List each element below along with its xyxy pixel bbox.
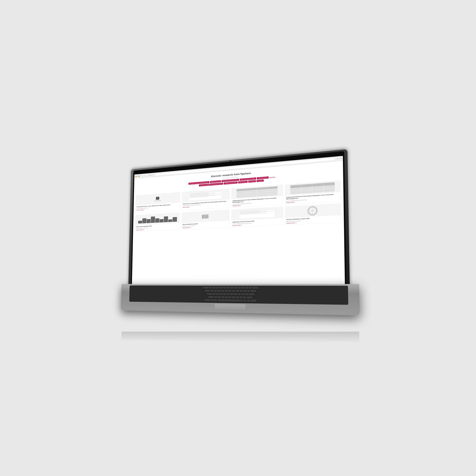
key[interactable] bbox=[228, 290, 232, 292]
table-cell bbox=[237, 195, 246, 198]
key-row-1 bbox=[130, 286, 347, 290]
view-more-link[interactable]: View more... bbox=[269, 176, 276, 178]
key[interactable] bbox=[236, 290, 239, 292]
research-card-8[interactable]: Circular visualization research 2024 Fig… bbox=[285, 203, 341, 225]
key[interactable] bbox=[218, 290, 221, 292]
research-card-5[interactable]: Figure data visualization 2024 Dataset p… bbox=[135, 212, 180, 232]
key[interactable] bbox=[234, 287, 237, 289]
key[interactable] bbox=[236, 297, 239, 299]
bar bbox=[173, 217, 177, 222]
category-tag-economics[interactable]: Economics bbox=[248, 180, 256, 183]
bar bbox=[142, 218, 146, 223]
dots-preview-6 bbox=[200, 213, 210, 220]
key[interactable] bbox=[245, 293, 248, 296]
key[interactable] bbox=[245, 287, 248, 289]
key[interactable] bbox=[243, 297, 246, 299]
key[interactable] bbox=[239, 290, 243, 292]
key[interactable] bbox=[252, 287, 258, 289]
research-card-1[interactable]: <> SOFTWARE Unlocking Precision: .R and … bbox=[136, 192, 180, 213]
research-card-7[interactable]: Supporting research document 2024 Journa… bbox=[231, 206, 283, 227]
dot bbox=[207, 215, 208, 216]
research-card-3[interactable]: Supplementary Data from Syk Inhibition R… bbox=[231, 185, 283, 208]
key[interactable] bbox=[223, 287, 226, 289]
key[interactable] bbox=[205, 290, 210, 292]
key-alt-right[interactable] bbox=[247, 300, 250, 302]
key-ctrl-right[interactable] bbox=[251, 300, 256, 302]
key[interactable] bbox=[232, 296, 235, 299]
category-tag-creative[interactable]: Creative arts and writing bbox=[224, 182, 238, 185]
table-cell bbox=[290, 191, 301, 194]
key[interactable] bbox=[214, 290, 217, 292]
key[interactable] bbox=[249, 293, 254, 296]
key[interactable] bbox=[232, 290, 235, 292]
category-tag-earth[interactable]: Earth sciences bbox=[238, 181, 248, 183]
bar bbox=[155, 218, 159, 223]
category-tag-education[interactable]: Education bbox=[256, 179, 264, 182]
key[interactable] bbox=[212, 293, 215, 295]
dot bbox=[206, 217, 207, 218]
category-tag-biological[interactable]: Biological sciences bbox=[210, 180, 221, 183]
key[interactable] bbox=[212, 287, 216, 289]
category-tag-chemical[interactable]: Chemical sciences bbox=[257, 176, 269, 179]
extensions-icon[interactable]: ⧉ bbox=[340, 157, 341, 159]
key[interactable] bbox=[220, 293, 223, 295]
key-shift-right[interactable] bbox=[247, 297, 253, 299]
key[interactable] bbox=[238, 287, 241, 289]
laptop-screen-shell: ‹ › figshare.com ⬆ + ⧉ discover bbox=[128, 149, 350, 287]
key[interactable] bbox=[223, 293, 226, 295]
key[interactable] bbox=[216, 293, 219, 295]
bar bbox=[138, 221, 142, 223]
trackpad[interactable] bbox=[214, 304, 246, 311]
research-card-2[interactable]: Experiences of young people in Ireland w… bbox=[182, 188, 230, 211]
chart-preview-5 bbox=[137, 214, 178, 224]
share-icon[interactable]: ⬆ bbox=[337, 158, 338, 160]
key[interactable] bbox=[225, 290, 228, 292]
key[interactable] bbox=[230, 293, 233, 295]
key[interactable] bbox=[234, 293, 237, 295]
key[interactable] bbox=[211, 290, 214, 292]
traffic-light-green[interactable] bbox=[139, 175, 140, 177]
key[interactable] bbox=[228, 296, 232, 299]
traffic-light-yellow[interactable] bbox=[137, 176, 138, 177]
key[interactable] bbox=[209, 287, 212, 289]
back-button[interactable]: ‹ bbox=[141, 175, 143, 177]
key[interactable] bbox=[225, 296, 228, 299]
key[interactable] bbox=[247, 290, 250, 292]
table-preview-3 bbox=[237, 186, 277, 198]
key-cmd[interactable] bbox=[214, 299, 217, 302]
key[interactable] bbox=[238, 293, 241, 295]
key[interactable] bbox=[251, 290, 256, 292]
dot bbox=[203, 216, 204, 217]
key[interactable] bbox=[216, 287, 219, 289]
chevron-down-icon: ∨ bbox=[190, 227, 191, 228]
add-tab-icon[interactable]: + bbox=[339, 158, 340, 159]
key[interactable] bbox=[221, 290, 224, 292]
chevron-down-icon: ∨ bbox=[240, 205, 241, 206]
key-ctrl[interactable] bbox=[205, 299, 210, 302]
key-shift-left[interactable] bbox=[208, 296, 214, 298]
forward-button[interactable]: › bbox=[144, 174, 146, 177]
key[interactable] bbox=[227, 293, 230, 295]
research-card-6[interactable]: Data visualization grid 2024 Dataset pos… bbox=[181, 210, 229, 230]
dot bbox=[207, 217, 208, 218]
key[interactable] bbox=[218, 296, 221, 299]
key[interactable] bbox=[214, 296, 217, 298]
key[interactable] bbox=[203, 287, 208, 289]
key[interactable] bbox=[221, 296, 224, 299]
traffic-light-red[interactable] bbox=[135, 176, 136, 177]
key[interactable] bbox=[241, 287, 244, 289]
key[interactable] bbox=[243, 290, 246, 292]
key[interactable] bbox=[206, 293, 212, 295]
key[interactable] bbox=[220, 287, 223, 289]
key-alt[interactable] bbox=[210, 299, 213, 302]
key[interactable] bbox=[241, 293, 244, 296]
key[interactable] bbox=[227, 287, 230, 289]
research-card-4[interactable]: Supplementary Data from Syk Inhibition R… bbox=[285, 180, 341, 204]
key-cmd-right[interactable] bbox=[243, 300, 246, 302]
key-space[interactable] bbox=[218, 300, 243, 302]
key[interactable] bbox=[249, 287, 252, 289]
key[interactable] bbox=[230, 287, 233, 289]
dot bbox=[207, 216, 208, 217]
key[interactable] bbox=[239, 297, 243, 299]
dot bbox=[202, 218, 203, 219]
